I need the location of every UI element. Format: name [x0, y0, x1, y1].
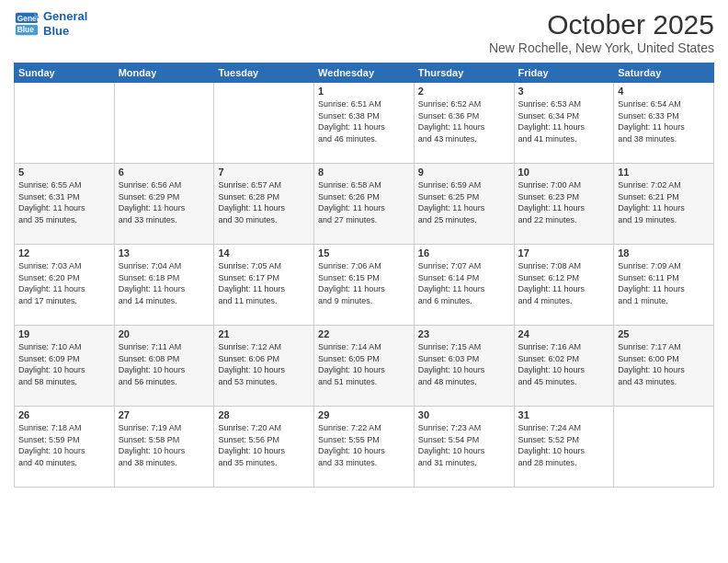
day-number: 8: [318, 167, 410, 178]
day-number: 30: [418, 409, 510, 420]
day-number: 1: [318, 86, 410, 97]
day-info: Sunrise: 7:11 AM Sunset: 6:08 PM Dayligh…: [119, 341, 210, 387]
day-number: 25: [618, 328, 710, 339]
day-cell: 7Sunrise: 6:57 AM Sunset: 6:28 PM Daylig…: [214, 164, 314, 245]
day-cell: 22Sunrise: 7:14 AM Sunset: 6:05 PM Dayli…: [314, 326, 415, 407]
day-cell: 2Sunrise: 6:52 AM Sunset: 6:36 PM Daylig…: [414, 83, 514, 164]
week-row-1: 1Sunrise: 6:51 AM Sunset: 6:38 PM Daylig…: [15, 83, 714, 164]
header-thursday: Thursday: [414, 63, 514, 83]
day-cell: [614, 407, 714, 488]
day-number: 9: [418, 167, 510, 178]
day-number: 10: [518, 167, 610, 178]
day-info: Sunrise: 6:56 AM Sunset: 6:29 PM Dayligh…: [119, 179, 210, 225]
day-cell: 17Sunrise: 7:08 AM Sunset: 6:12 PM Dayli…: [514, 245, 614, 326]
day-info: Sunrise: 7:08 AM Sunset: 6:12 PM Dayligh…: [518, 260, 610, 306]
day-cell: 13Sunrise: 7:04 AM Sunset: 6:18 PM Dayli…: [114, 245, 214, 326]
day-info: Sunrise: 7:05 AM Sunset: 6:17 PM Dayligh…: [218, 260, 310, 306]
day-number: 2: [418, 86, 510, 97]
day-info: Sunrise: 6:53 AM Sunset: 6:34 PM Dayligh…: [518, 98, 610, 144]
day-number: 6: [119, 167, 210, 178]
day-cell: [214, 83, 314, 164]
day-number: 3: [518, 86, 610, 97]
day-cell: 14Sunrise: 7:05 AM Sunset: 6:17 PM Dayli…: [214, 245, 314, 326]
day-number: 22: [318, 328, 410, 339]
day-number: 5: [18, 167, 110, 178]
day-cell: 15Sunrise: 7:06 AM Sunset: 6:15 PM Dayli…: [314, 245, 415, 326]
day-number: 11: [618, 167, 710, 178]
day-cell: 25Sunrise: 7:17 AM Sunset: 6:00 PM Dayli…: [614, 326, 714, 407]
header-sunday: Sunday: [15, 63, 115, 83]
day-cell: 20Sunrise: 7:11 AM Sunset: 6:08 PM Dayli…: [114, 326, 214, 407]
day-info: Sunrise: 7:09 AM Sunset: 6:11 PM Dayligh…: [618, 260, 710, 306]
day-number: 4: [618, 86, 710, 97]
day-number: 18: [618, 247, 710, 259]
day-number: 24: [518, 328, 610, 339]
day-info: Sunrise: 6:54 AM Sunset: 6:33 PM Dayligh…: [618, 98, 710, 144]
day-info: Sunrise: 7:04 AM Sunset: 6:18 PM Dayligh…: [119, 260, 210, 306]
week-row-2: 5Sunrise: 6:55 AM Sunset: 6:31 PM Daylig…: [15, 164, 714, 245]
header-monday: Monday: [114, 63, 214, 83]
day-number: 12: [18, 247, 110, 259]
day-info: Sunrise: 7:17 AM Sunset: 6:00 PM Dayligh…: [618, 341, 710, 387]
day-number: 23: [418, 328, 510, 339]
calendar-table: Sunday Monday Tuesday Wednesday Thursday…: [14, 63, 714, 488]
day-number: 31: [518, 409, 610, 420]
header-friday: Friday: [514, 63, 614, 83]
day-cell: 29Sunrise: 7:22 AM Sunset: 5:55 PM Dayli…: [314, 407, 415, 488]
day-number: 20: [119, 328, 210, 339]
day-info: Sunrise: 7:23 AM Sunset: 5:54 PM Dayligh…: [418, 422, 510, 468]
day-cell: 24Sunrise: 7:16 AM Sunset: 6:02 PM Dayli…: [514, 326, 614, 407]
day-cell: 28Sunrise: 7:20 AM Sunset: 5:56 PM Dayli…: [214, 407, 314, 488]
day-cell: 18Sunrise: 7:09 AM Sunset: 6:11 PM Dayli…: [614, 245, 714, 326]
day-cell: 23Sunrise: 7:15 AM Sunset: 6:03 PM Dayli…: [414, 326, 514, 407]
day-info: Sunrise: 6:51 AM Sunset: 6:38 PM Dayligh…: [318, 98, 410, 144]
title-block: October 2025 New Rochelle, New York, Uni…: [489, 9, 714, 55]
day-info: Sunrise: 7:00 AM Sunset: 6:23 PM Dayligh…: [518, 179, 610, 225]
day-number: 26: [18, 409, 110, 420]
day-number: 29: [318, 409, 410, 420]
day-info: Sunrise: 6:59 AM Sunset: 6:25 PM Dayligh…: [418, 179, 510, 225]
day-number: 28: [218, 409, 310, 420]
logo-icon: General Blue: [14, 11, 40, 37]
day-cell: 9Sunrise: 6:59 AM Sunset: 6:25 PM Daylig…: [414, 164, 514, 245]
day-number: 7: [218, 167, 310, 178]
day-cell: 4Sunrise: 6:54 AM Sunset: 6:33 PM Daylig…: [614, 83, 714, 164]
day-info: Sunrise: 7:02 AM Sunset: 6:21 PM Dayligh…: [618, 179, 710, 225]
day-cell: 1Sunrise: 6:51 AM Sunset: 6:38 PM Daylig…: [314, 83, 415, 164]
day-cell: 11Sunrise: 7:02 AM Sunset: 6:21 PM Dayli…: [614, 164, 714, 245]
day-cell: 30Sunrise: 7:23 AM Sunset: 5:54 PM Dayli…: [414, 407, 514, 488]
day-cell: 3Sunrise: 6:53 AM Sunset: 6:34 PM Daylig…: [514, 83, 614, 164]
day-info: Sunrise: 7:03 AM Sunset: 6:20 PM Dayligh…: [18, 260, 110, 306]
day-info: Sunrise: 7:16 AM Sunset: 6:02 PM Dayligh…: [518, 341, 610, 387]
day-info: Sunrise: 7:14 AM Sunset: 6:05 PM Dayligh…: [318, 341, 410, 387]
day-cell: 21Sunrise: 7:12 AM Sunset: 6:06 PM Dayli…: [214, 326, 314, 407]
svg-text:Blue: Blue: [17, 25, 34, 34]
day-info: Sunrise: 6:57 AM Sunset: 6:28 PM Dayligh…: [218, 179, 310, 225]
header: General Blue General Blue October 2025 N…: [14, 9, 714, 55]
day-info: Sunrise: 7:19 AM Sunset: 5:58 PM Dayligh…: [119, 422, 210, 468]
day-info: Sunrise: 7:12 AM Sunset: 6:06 PM Dayligh…: [218, 341, 310, 387]
day-info: Sunrise: 7:10 AM Sunset: 6:09 PM Dayligh…: [18, 341, 110, 387]
day-number: 13: [119, 247, 210, 259]
week-row-5: 26Sunrise: 7:18 AM Sunset: 5:59 PM Dayli…: [15, 407, 714, 488]
day-cell: 10Sunrise: 7:00 AM Sunset: 6:23 PM Dayli…: [514, 164, 614, 245]
day-cell: 19Sunrise: 7:10 AM Sunset: 6:09 PM Dayli…: [15, 326, 115, 407]
day-info: Sunrise: 6:58 AM Sunset: 6:26 PM Dayligh…: [318, 179, 410, 225]
day-cell: 16Sunrise: 7:07 AM Sunset: 6:14 PM Dayli…: [414, 245, 514, 326]
day-info: Sunrise: 7:06 AM Sunset: 6:15 PM Dayligh…: [318, 260, 410, 306]
day-info: Sunrise: 7:15 AM Sunset: 6:03 PM Dayligh…: [418, 341, 510, 387]
logo-text: General Blue: [43, 9, 87, 38]
day-cell: 6Sunrise: 6:56 AM Sunset: 6:29 PM Daylig…: [114, 164, 214, 245]
day-cell: [114, 83, 214, 164]
day-cell: 31Sunrise: 7:24 AM Sunset: 5:52 PM Dayli…: [514, 407, 614, 488]
day-number: 19: [18, 328, 110, 339]
day-number: 21: [218, 328, 310, 339]
day-number: 27: [119, 409, 210, 420]
day-cell: 8Sunrise: 6:58 AM Sunset: 6:26 PM Daylig…: [314, 164, 415, 245]
calendar-page: General Blue General Blue October 2025 N…: [0, 0, 728, 563]
month-title: October 2025: [489, 9, 714, 40]
week-row-3: 12Sunrise: 7:03 AM Sunset: 6:20 PM Dayli…: [15, 245, 714, 326]
day-info: Sunrise: 7:24 AM Sunset: 5:52 PM Dayligh…: [518, 422, 610, 468]
day-number: 14: [218, 247, 310, 259]
logo: General Blue General Blue: [14, 9, 87, 38]
